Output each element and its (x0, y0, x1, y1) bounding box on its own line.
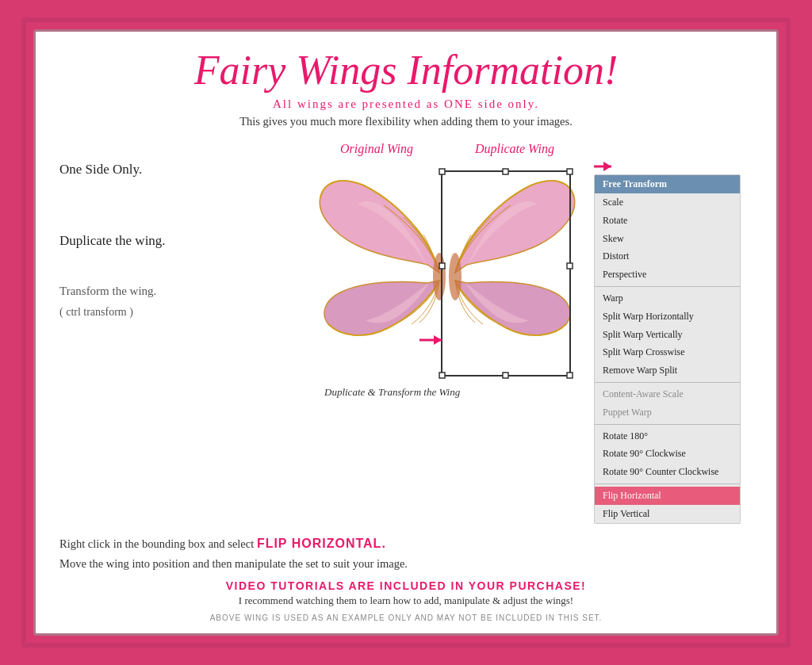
svg-rect-7 (567, 263, 573, 269)
video-line: VIDEO TUTORIALS ARE INCLUDED IN YOUR PUR… (59, 579, 753, 592)
svg-rect-6 (439, 263, 445, 269)
menu-item-flip-v[interactable]: Flip Vertical (595, 505, 740, 523)
label-duplicate: Duplicate the wing. (59, 233, 293, 249)
flip-line: Right click in the bounding box and sele… (59, 537, 753, 551)
menu-item-split-warp-h[interactable]: Split Warp Horizontally (595, 308, 740, 326)
main-content: One Side Only. Duplicate the wing. Trans… (59, 138, 753, 532)
menu-item-distort[interactable]: Distort (595, 247, 740, 266)
svg-point-0 (433, 253, 446, 300)
svg-rect-10 (567, 373, 573, 378)
svg-marker-14 (603, 162, 611, 171)
svg-rect-3 (439, 169, 445, 174)
svg-marker-12 (434, 335, 442, 345)
menu-item-flip-h[interactable]: Flip Horizontal (595, 487, 740, 505)
menu-item-split-warp-v[interactable]: Split Warp Vertically (595, 326, 740, 344)
dup-transform-label: Duplicate & Transform the Wing (324, 386, 460, 399)
left-column: One Side Only. Duplicate the wing. Trans… (59, 138, 293, 532)
menu-item-remove-warp[interactable]: Remove Warp Split (595, 361, 740, 380)
inner-card: Fairy Wings Information! All wings are p… (33, 29, 779, 636)
separator-2 (595, 382, 740, 383)
outer-border: Fairy Wings Information! All wings are p… (21, 17, 791, 648)
menu-item-puppet-warp[interactable]: Puppet Warp (595, 403, 740, 422)
svg-rect-9 (503, 373, 508, 378)
menu-item-perspective[interactable]: Perspective (595, 266, 740, 284)
subtitle-one-side: All wings are presented as ONE side only… (273, 97, 539, 111)
label-one-side: One Side Only. (59, 162, 293, 178)
menu-item-warp[interactable]: Warp (595, 289, 740, 308)
center-column: Original Wing Duplicate Wing (301, 138, 586, 532)
bottom-section: Right click in the bounding box and sele… (59, 537, 753, 622)
menu-item-content-aware[interactable]: Content-Aware Scale (595, 385, 740, 403)
right-column: Free Transform Scale Rotate Skew Distort… (594, 138, 753, 532)
label-transform: Transform the wing. ( ctrl transform ) (59, 281, 293, 321)
subtitle-flexibility: This gives you much more flexibility whe… (239, 115, 573, 128)
menu-item-rotate-90-cw[interactable]: Rotate 90° Clockwise (595, 445, 740, 463)
separator-1 (595, 286, 740, 287)
separator-4 (595, 483, 740, 484)
menu-item-rotate[interactable]: Rotate (595, 212, 740, 230)
footer-line: ABOVE WING IS USED AS AN EXAMPLE ONLY AN… (59, 613, 753, 622)
menu-item-split-warp-c[interactable]: Split Warp Crosswise (595, 343, 740, 361)
move-line: Move the wing into position and then man… (59, 556, 753, 573)
menu-item-rotate-180[interactable]: Rotate 180° (595, 427, 740, 445)
svg-rect-8 (439, 373, 445, 378)
svg-rect-5 (567, 169, 573, 174)
menu-item-free-transform[interactable]: Free Transform (595, 175, 740, 193)
separator-3 (595, 424, 740, 425)
recommend-line: I recommend watching them to learn how t… (59, 594, 753, 607)
menu-item-skew[interactable]: Skew (595, 230, 740, 248)
wings-illustration (308, 154, 578, 388)
arrow-icon (594, 160, 618, 173)
page-title: Fairy Wings Information! (194, 48, 618, 93)
menu-item-rotate-90-ccw[interactable]: Rotate 90° Counter Clockwise (595, 463, 740, 481)
menu-arrow-area (594, 160, 753, 173)
svg-point-1 (449, 253, 462, 300)
menu-item-scale[interactable]: Scale (595, 193, 740, 212)
context-menu: Free Transform Scale Rotate Skew Distort… (594, 174, 741, 523)
wings-area: Original Wing Duplicate Wing (308, 138, 578, 392)
svg-rect-4 (503, 169, 508, 174)
